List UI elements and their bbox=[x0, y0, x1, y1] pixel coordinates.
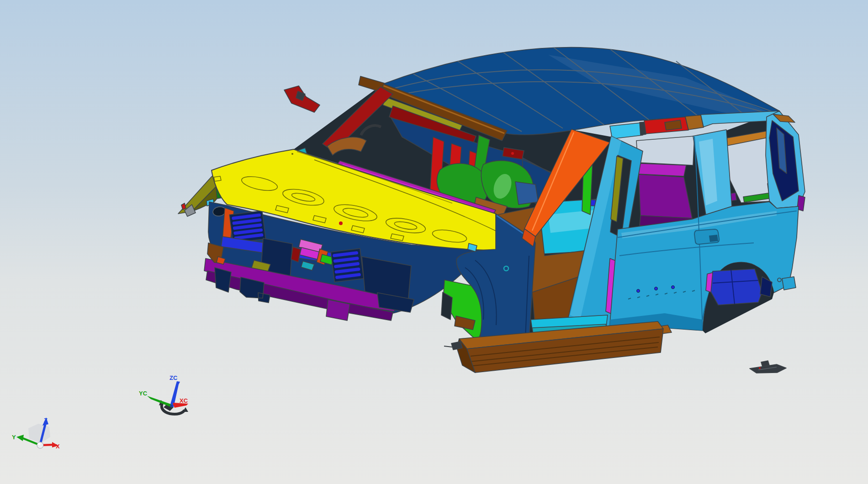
board-bracket bbox=[451, 342, 462, 350]
wcs-z-label: Z bbox=[44, 417, 48, 424]
tail-bottom-tab[interactable] bbox=[782, 277, 796, 290]
wheelhouse-box-blue[interactable] bbox=[709, 269, 762, 305]
csys-zc-label: ZC bbox=[169, 374, 178, 381]
origin-sphere[interactable] bbox=[37, 442, 43, 448]
cad-viewport[interactable]: Z Y X ZC YC XC bbox=[0, 0, 868, 484]
yc-axis-cone[interactable] bbox=[147, 396, 173, 408]
wcs-cube bbox=[28, 424, 50, 443]
rear-trim-rail-purple[interactable] bbox=[638, 163, 686, 176]
cantrail-cyan-strip[interactable] bbox=[610, 123, 643, 139]
wcs-x-label: X bbox=[56, 443, 60, 450]
wcs-y-label: Y bbox=[12, 434, 16, 441]
board-antenna bbox=[444, 346, 452, 347]
filler-dark-blob bbox=[709, 235, 718, 242]
y-axis-arrowhead bbox=[16, 435, 24, 441]
wcs-triad[interactable]: Z Y X bbox=[12, 417, 60, 450]
rear-quarter-trim-purple[interactable] bbox=[639, 174, 692, 218]
csys-origin-dot bbox=[170, 405, 173, 407]
model-canvas[interactable]: Z Y X ZC YC XC bbox=[0, 0, 868, 484]
steel-blue-brace[interactable] bbox=[515, 182, 538, 205]
hood-red-dot bbox=[339, 221, 343, 225]
vehicle-model bbox=[178, 47, 805, 373]
csys-yc-label: YC bbox=[139, 390, 148, 397]
front-navy-tab[interactable] bbox=[215, 268, 231, 292]
dynamic-csys-triad[interactable]: ZC YC XC bbox=[139, 374, 188, 414]
rail-red-sliver bbox=[181, 203, 186, 210]
cantrail-tan-strip[interactable] bbox=[685, 115, 704, 130]
grille-slats-right bbox=[331, 248, 364, 282]
hood-bolt bbox=[291, 153, 293, 155]
part-red-dot bbox=[759, 367, 761, 369]
latch-dot bbox=[511, 152, 514, 155]
debris-parts bbox=[750, 361, 786, 373]
origin-sphere-highlight bbox=[38, 443, 41, 445]
rear-wheelhouse bbox=[703, 262, 774, 333]
rear-door-window-through bbox=[636, 136, 694, 165]
csys-xc-label: XC bbox=[180, 397, 188, 404]
